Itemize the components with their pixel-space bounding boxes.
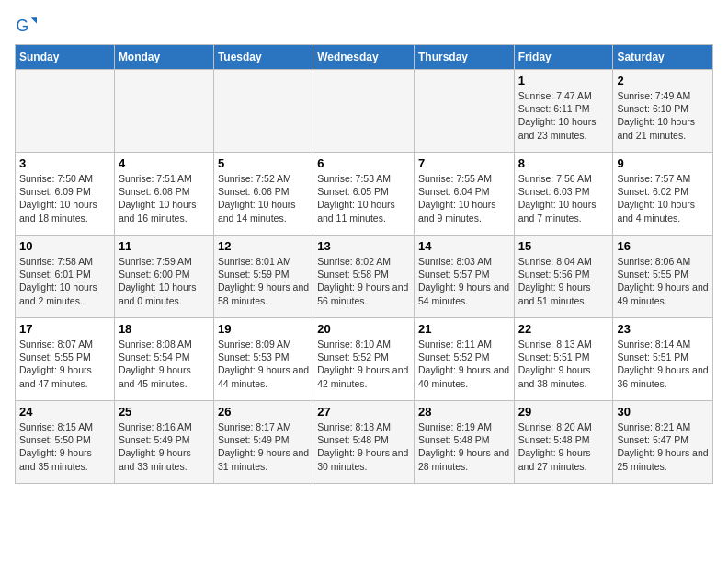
day-number: 4 <box>119 156 210 170</box>
day-info: Sunrise: 8:11 AM Sunset: 5:52 PM Dayligh… <box>418 338 510 390</box>
day-number: 7 <box>418 156 510 170</box>
day-number: 26 <box>218 405 309 419</box>
day-number: 15 <box>518 239 609 253</box>
calendar-cell: 19Sunrise: 8:09 AM Sunset: 5:53 PM Dayli… <box>213 318 313 401</box>
calendar-cell <box>114 70 213 153</box>
calendar-week-row: 3Sunrise: 7:50 AM Sunset: 6:09 PM Daylig… <box>16 153 713 236</box>
weekday-header-monday: Monday <box>114 45 213 70</box>
day-number: 9 <box>617 156 709 170</box>
calendar-cell: 6Sunrise: 7:53 AM Sunset: 6:05 PM Daylig… <box>313 153 415 236</box>
calendar-cell: 12Sunrise: 8:01 AM Sunset: 5:59 PM Dayli… <box>213 236 313 318</box>
day-info: Sunrise: 7:53 AM Sunset: 6:05 PM Dayligh… <box>317 172 410 224</box>
day-info: Sunrise: 8:07 AM Sunset: 5:55 PM Dayligh… <box>19 338 110 390</box>
day-number: 2 <box>617 74 709 87</box>
day-info: Sunrise: 7:47 AM Sunset: 6:11 PM Dayligh… <box>518 89 609 142</box>
day-info: Sunrise: 7:57 AM Sunset: 6:02 PM Dayligh… <box>617 172 709 224</box>
calendar-header-row: SundayMondayTuesdayWednesdayThursdayFrid… <box>16 45 713 70</box>
calendar-week-row: 1Sunrise: 7:47 AM Sunset: 6:11 PM Daylig… <box>16 70 713 153</box>
day-number: 25 <box>119 405 210 419</box>
calendar-cell <box>16 70 115 153</box>
calendar-cell: 21Sunrise: 8:11 AM Sunset: 5:52 PM Dayli… <box>414 318 514 401</box>
day-number: 30 <box>617 405 709 419</box>
calendar-cell: 30Sunrise: 8:21 AM Sunset: 5:47 PM Dayli… <box>613 401 713 484</box>
calendar-cell: 22Sunrise: 8:13 AM Sunset: 5:51 PM Dayli… <box>514 318 613 401</box>
calendar-cell: 9Sunrise: 7:57 AM Sunset: 6:02 PM Daylig… <box>613 153 713 236</box>
day-number: 14 <box>418 239 510 253</box>
day-number: 12 <box>218 239 309 253</box>
day-number: 10 <box>19 239 110 253</box>
day-number: 22 <box>518 322 609 336</box>
day-number: 1 <box>518 74 609 87</box>
calendar-cell: 23Sunrise: 8:14 AM Sunset: 5:51 PM Dayli… <box>613 318 713 401</box>
day-info: Sunrise: 8:15 AM Sunset: 5:50 PM Dayligh… <box>19 420 110 473</box>
calendar-cell: 14Sunrise: 8:03 AM Sunset: 5:57 PM Dayli… <box>414 236 514 318</box>
day-info: Sunrise: 8:19 AM Sunset: 5:48 PM Dayligh… <box>418 420 510 473</box>
day-info: Sunrise: 8:08 AM Sunset: 5:54 PM Dayligh… <box>119 338 210 390</box>
calendar-week-row: 24Sunrise: 8:15 AM Sunset: 5:50 PM Dayli… <box>16 401 713 484</box>
day-number: 11 <box>119 239 210 253</box>
weekday-header-tuesday: Tuesday <box>213 45 313 70</box>
day-info: Sunrise: 8:21 AM Sunset: 5:47 PM Dayligh… <box>617 420 709 473</box>
day-number: 6 <box>317 156 410 170</box>
calendar-cell: 26Sunrise: 8:17 AM Sunset: 5:49 PM Dayli… <box>213 401 313 484</box>
day-number: 5 <box>218 156 309 170</box>
day-number: 23 <box>617 322 709 336</box>
day-info: Sunrise: 8:06 AM Sunset: 5:55 PM Dayligh… <box>617 255 709 307</box>
day-info: Sunrise: 8:04 AM Sunset: 5:56 PM Dayligh… <box>518 255 609 307</box>
calendar-cell: 18Sunrise: 8:08 AM Sunset: 5:54 PM Dayli… <box>114 318 213 401</box>
day-info: Sunrise: 7:52 AM Sunset: 6:06 PM Dayligh… <box>218 172 309 224</box>
day-number: 17 <box>19 322 110 336</box>
calendar-body: 1Sunrise: 7:47 AM Sunset: 6:11 PM Daylig… <box>16 70 713 484</box>
day-info: Sunrise: 7:49 AM Sunset: 6:10 PM Dayligh… <box>617 89 709 142</box>
day-info: Sunrise: 8:17 AM Sunset: 5:49 PM Dayligh… <box>218 420 309 473</box>
calendar-cell: 28Sunrise: 8:19 AM Sunset: 5:48 PM Dayli… <box>414 401 514 484</box>
calendar-cell: 13Sunrise: 8:02 AM Sunset: 5:58 PM Dayli… <box>313 236 415 318</box>
day-info: Sunrise: 8:20 AM Sunset: 5:48 PM Dayligh… <box>518 420 609 473</box>
day-number: 29 <box>518 405 609 419</box>
day-info: Sunrise: 8:14 AM Sunset: 5:51 PM Dayligh… <box>617 338 709 390</box>
calendar-cell: 27Sunrise: 8:18 AM Sunset: 5:48 PM Dayli… <box>313 401 415 484</box>
weekday-header-wednesday: Wednesday <box>313 45 415 70</box>
calendar-cell <box>414 70 514 153</box>
day-number: 19 <box>218 322 309 336</box>
day-info: Sunrise: 7:59 AM Sunset: 6:00 PM Dayligh… <box>119 255 210 307</box>
day-info: Sunrise: 8:09 AM Sunset: 5:53 PM Dayligh… <box>218 338 309 390</box>
day-info: Sunrise: 8:03 AM Sunset: 5:57 PM Dayligh… <box>418 255 510 307</box>
day-info: Sunrise: 7:55 AM Sunset: 6:04 PM Dayligh… <box>418 172 510 224</box>
calendar-cell: 11Sunrise: 7:59 AM Sunset: 6:00 PM Dayli… <box>114 236 213 318</box>
calendar-week-row: 10Sunrise: 7:58 AM Sunset: 6:01 PM Dayli… <box>16 236 713 318</box>
day-info: Sunrise: 7:56 AM Sunset: 6:03 PM Dayligh… <box>518 172 609 224</box>
calendar-cell: 8Sunrise: 7:56 AM Sunset: 6:03 PM Daylig… <box>514 153 613 236</box>
page-header: G <box>15 15 713 37</box>
day-number: 20 <box>317 322 410 336</box>
day-number: 21 <box>418 322 510 336</box>
calendar-cell: 29Sunrise: 8:20 AM Sunset: 5:48 PM Dayli… <box>514 401 613 484</box>
calendar-cell <box>213 70 313 153</box>
calendar-cell: 5Sunrise: 7:52 AM Sunset: 6:06 PM Daylig… <box>213 153 313 236</box>
calendar-cell: 15Sunrise: 8:04 AM Sunset: 5:56 PM Dayli… <box>514 236 613 318</box>
logo: G <box>15 15 39 37</box>
weekday-header-sunday: Sunday <box>16 45 115 70</box>
day-number: 16 <box>617 239 709 253</box>
day-info: Sunrise: 8:02 AM Sunset: 5:58 PM Dayligh… <box>317 255 410 307</box>
day-info: Sunrise: 7:58 AM Sunset: 6:01 PM Dayligh… <box>19 255 110 307</box>
calendar-cell: 20Sunrise: 8:10 AM Sunset: 5:52 PM Dayli… <box>313 318 415 401</box>
day-number: 24 <box>19 405 110 419</box>
day-number: 28 <box>418 405 510 419</box>
weekday-header-thursday: Thursday <box>414 45 514 70</box>
calendar-week-row: 17Sunrise: 8:07 AM Sunset: 5:55 PM Dayli… <box>16 318 713 401</box>
calendar-cell: 25Sunrise: 8:16 AM Sunset: 5:49 PM Dayli… <box>114 401 213 484</box>
calendar-cell <box>313 70 415 153</box>
calendar-cell: 1Sunrise: 7:47 AM Sunset: 6:11 PM Daylig… <box>514 70 613 153</box>
day-number: 13 <box>317 239 410 253</box>
day-info: Sunrise: 8:10 AM Sunset: 5:52 PM Dayligh… <box>317 338 410 390</box>
day-number: 3 <box>19 156 110 170</box>
day-info: Sunrise: 8:01 AM Sunset: 5:59 PM Dayligh… <box>218 255 309 307</box>
calendar-cell: 7Sunrise: 7:55 AM Sunset: 6:04 PM Daylig… <box>414 153 514 236</box>
day-number: 8 <box>518 156 609 170</box>
calendar-cell: 16Sunrise: 8:06 AM Sunset: 5:55 PM Dayli… <box>613 236 713 318</box>
weekday-header-friday: Friday <box>514 45 613 70</box>
calendar-cell: 3Sunrise: 7:50 AM Sunset: 6:09 PM Daylig… <box>16 153 115 236</box>
calendar-table: SundayMondayTuesdayWednesdayThursdayFrid… <box>15 44 713 484</box>
calendar-cell: 10Sunrise: 7:58 AM Sunset: 6:01 PM Dayli… <box>16 236 115 318</box>
